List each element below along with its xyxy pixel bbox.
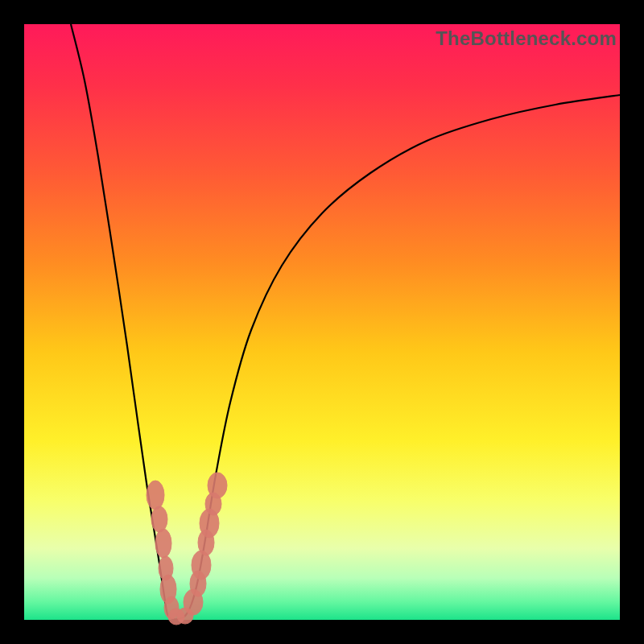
bead-marker [155,529,171,558]
bead-marker [151,506,167,532]
bead-marker [147,481,164,510]
right-curve [179,95,620,619]
bead-marker [208,473,227,498]
bead-group [147,473,227,625]
chart-frame: TheBottleneck.com [0,0,644,644]
curve-layer [24,24,620,620]
